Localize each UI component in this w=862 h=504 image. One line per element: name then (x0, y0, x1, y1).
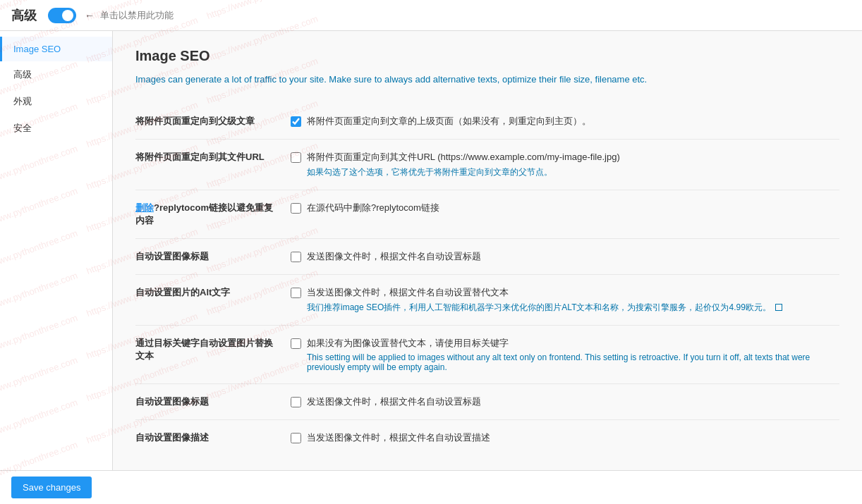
checkbox-label-replytocom[interactable]: 在源代码中删除?replytocom链接 (291, 202, 839, 214)
top-bar: 高级 ← 单击以禁用此功能 (0, 0, 862, 31)
checkbox-label-auto-alt[interactable]: 当发送图像文件时，根据文件名自动设置替代文本 (291, 286, 839, 299)
back-arrow-icon[interactable]: ← (85, 10, 95, 21)
external-link-icon (775, 304, 782, 311)
table-row: 自动设置图片的Alt文字 当发送图像文件时，根据文件名自动设置替代文本 我们推荐… (135, 274, 839, 325)
checkbox-label-auto-caption[interactable]: 当发送图像文件时，根据文件名自动设置描述 (291, 431, 839, 444)
sidebar: Image SEO 高级 外观 安全 (0, 31, 113, 472)
sub-text-focus-keyword: This setting will be applied to images w… (307, 352, 839, 372)
checkbox-label-auto-title-2[interactable]: 发送图像文件时，根据文件名自动设置标题 (291, 395, 839, 408)
checkbox-label-redirect-attachment[interactable]: 将附件页面重定向到文章的上级页面（如果没有，则重定向到主页）。 (291, 115, 839, 128)
page-title: 高级 (11, 7, 37, 24)
setting-value-focus-keyword: 如果没有为图像设置替代文本，请使用目标关键字 This setting will… (291, 325, 839, 383)
setting-label-auto-alt: 自动设置图片的Alt文字 (135, 274, 291, 325)
setting-value-redirect-attachment: 将附件页面重定向到文章的上级页面（如果没有，则重定向到主页）。 (291, 104, 839, 140)
setting-label-redirect-file-url: 将附件页面重定向到其文件URL (135, 139, 291, 190)
setting-label-focus-keyword: 通过目标关键字自动设置图片替换文本 (135, 325, 291, 383)
setting-value-auto-title-2: 发送图像文件时，根据文件名自动设置标题 (291, 383, 839, 419)
setting-value-redirect-file-url: 将附件页面重定向到其文件URL (https://www.example.com… (291, 139, 839, 190)
checkbox-label-focus-keyword[interactable]: 如果没有为图像设置替代文本，请使用目标关键字 (291, 337, 839, 350)
main-layout: Image SEO 高级 外观 安全 Image SEO Images can … (0, 31, 862, 472)
sidebar-item-image-seo[interactable]: Image SEO (0, 37, 112, 61)
sidebar-item-appearance[interactable]: 外观 (0, 88, 112, 115)
checkbox-label-auto-title[interactable]: 发送图像文件时，根据文件名自动设置标题 (291, 250, 839, 263)
checkbox-auto-title-2[interactable] (291, 397, 301, 407)
checkbox-focus-keyword[interactable] (291, 338, 301, 349)
setting-label-replytocom: 删除?replytocom链接以避免重复内容 (135, 190, 291, 238)
setting-value-auto-title: 发送图像文件时，根据文件名自动设置标题 (291, 238, 839, 274)
sub-text-auto-alt: 我们推荐image SEO插件，利用人工智能和机器学习来优化你的图片ALT文本和… (307, 302, 839, 314)
checkbox-auto-alt[interactable] (291, 288, 301, 298)
toggle-slider (48, 8, 76, 23)
toggle-subtitle: 单击以禁用此功能 (100, 9, 174, 22)
sidebar-item-advanced[interactable]: 高级 (0, 61, 112, 88)
image-seo-plugin-link[interactable]: 我们推荐image SEO插件，利用人工智能和机器学习来优化你的图片ALT文本和… (307, 302, 773, 312)
sub-text-redirect-file-url: 如果勾选了这个选项，它将优先于将附件重定向到文章的父节点。 (307, 166, 839, 178)
setting-value-replytocom: 在源代码中删除?replytocom链接 (291, 190, 839, 238)
setting-value-auto-caption: 当发送图像文件时，根据文件名自动设置描述 (291, 419, 839, 455)
table-row: 删除?replytocom链接以避免重复内容 在源代码中删除?replytoco… (135, 190, 839, 238)
table-row: 自动设置图像描述 当发送图像文件时，根据文件名自动设置描述 (135, 419, 839, 455)
setting-label-auto-caption: 自动设置图像描述 (135, 419, 291, 455)
table-row: 自动设置图像标题 发送图像文件时，根据文件名自动设置标题 (135, 238, 839, 274)
section-description: Images can generate a lot of traffic to … (135, 73, 839, 87)
table-row: 将附件页面重定向到其文件URL 将附件页面重定向到其文件URL (https:/… (135, 139, 839, 190)
checkbox-label-redirect-file-url[interactable]: 将附件页面重定向到其文件URL (https://www.example.com… (291, 151, 839, 164)
table-row: 自动设置图像标题 发送图像文件时，根据文件名自动设置标题 (135, 383, 839, 419)
table-row: 通过目标关键字自动设置图片替换文本 如果没有为图像设置替代文本，请使用目标关键字… (135, 325, 839, 383)
section-title: Image SEO (135, 48, 839, 64)
settings-table: 将附件页面重定向到父级文章 将附件页面重定向到文章的上级页面（如果没有，则重定向… (135, 104, 839, 455)
feature-toggle[interactable] (48, 8, 76, 23)
checkbox-redirect-attachment[interactable] (291, 116, 301, 127)
footer: Save changes (0, 470, 862, 472)
checkbox-auto-title[interactable] (291, 252, 301, 262)
checkbox-auto-caption[interactable] (291, 433, 301, 443)
main-content: Image SEO Images can generate a lot of t… (113, 31, 862, 472)
sidebar-item-security[interactable]: 安全 (0, 115, 112, 142)
table-row: 将附件页面重定向到父级文章 将附件页面重定向到文章的上级页面（如果没有，则重定向… (135, 104, 839, 140)
setting-label-redirect-attachment: 将附件页面重定向到父级文章 (135, 104, 291, 140)
setting-label-auto-title: 自动设置图像标题 (135, 238, 291, 274)
setting-label-auto-title-2: 自动设置图像标题 (135, 383, 291, 419)
checkbox-redirect-file-url[interactable] (291, 152, 301, 163)
checkbox-replytocom[interactable] (291, 203, 301, 214)
setting-value-auto-alt: 当发送图像文件时，根据文件名自动设置替代文本 我们推荐image SEO插件，利… (291, 274, 839, 325)
